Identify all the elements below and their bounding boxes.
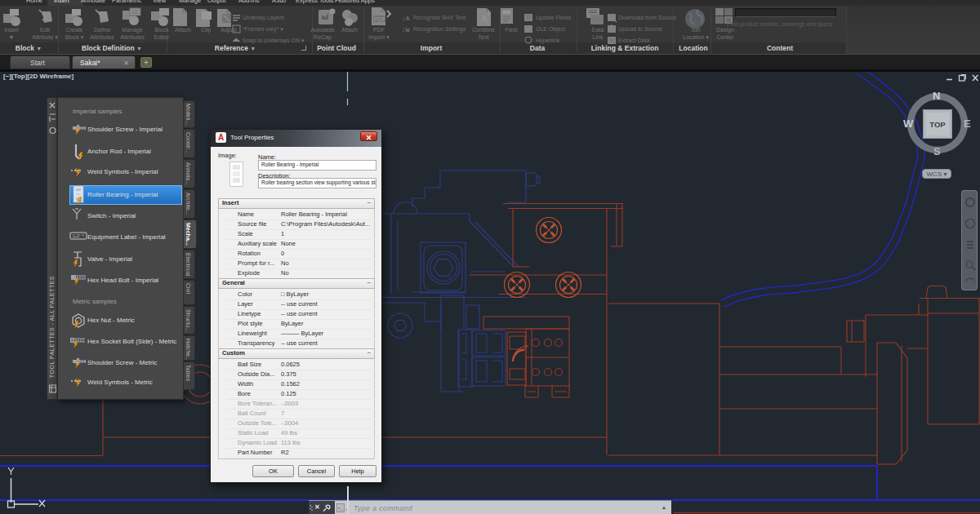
svg-text::A: :A	[402, 15, 410, 22]
svg-text::W: :W	[402, 26, 410, 33]
svg-text:A: A	[481, 13, 488, 23]
svg-text:PDF: PDF	[374, 16, 385, 22]
